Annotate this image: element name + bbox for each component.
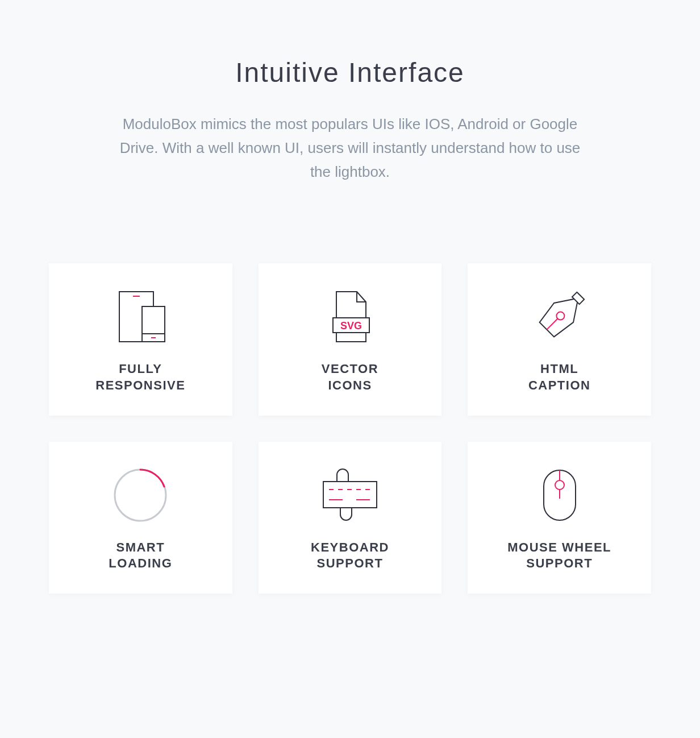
keyboard-icon <box>319 467 381 524</box>
mouse-icon <box>537 467 582 524</box>
feature-card-mouse-wheel: MOUSE WHEEL SUPPORT <box>468 442 651 594</box>
feature-title: SMART LOADING <box>109 540 172 572</box>
feature-title: FULLY RESPONSIVE <box>95 361 185 393</box>
feature-title: KEYBOARD SUPPORT <box>311 540 389 572</box>
svg-rect-1 <box>142 306 165 342</box>
feature-title: VECTOR ICONS <box>322 361 378 393</box>
feature-card-responsive: FULLY RESPONSIVE <box>49 263 232 415</box>
svg-file-icon: SVG <box>322 288 378 345</box>
svg-badge-text: SVG <box>340 320 362 331</box>
feature-card-keyboard: KEYBOARD SUPPORT <box>259 442 442 594</box>
feature-title: HTML CAPTION <box>528 361 591 393</box>
spinner-icon <box>112 467 169 524</box>
feature-title: MOUSE WHEEL SUPPORT <box>507 540 611 572</box>
section-heading: Intuitive Interface <box>49 57 651 88</box>
svg-point-19 <box>555 480 564 490</box>
pen-nib-icon <box>528 288 591 345</box>
section-subheading: ModuloBox mimics the most populars UIs l… <box>117 112 583 184</box>
feature-grid: FULLY RESPONSIVE SVG VECTOR ICONS <box>49 263 651 593</box>
feature-card-vector-icons: SVG VECTOR ICONS <box>259 263 442 415</box>
svg-line-6 <box>547 318 558 330</box>
feature-card-smart-loading: SMART LOADING <box>49 442 232 594</box>
svg-rect-9 <box>323 482 377 508</box>
devices-icon <box>109 288 172 345</box>
feature-card-html-caption: HTML CAPTION <box>468 263 651 415</box>
